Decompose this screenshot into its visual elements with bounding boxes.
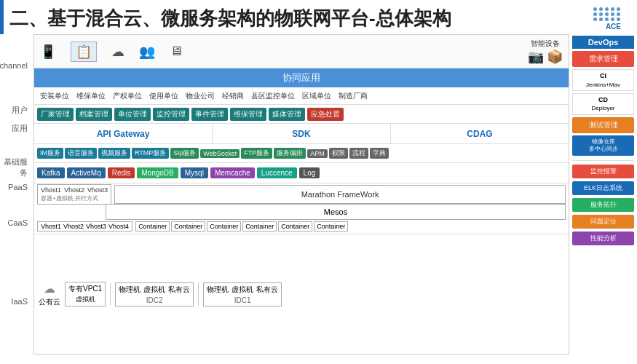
mirror-label: 镜像仓库 多中心同步	[574, 138, 633, 154]
gong-yun-label: 公有云	[39, 297, 60, 307]
iaas-label: IaaS	[11, 297, 31, 306]
paas-btn-7: Log	[299, 167, 320, 178]
vpc1-label: 专有VPC1	[68, 284, 102, 294]
paas-btn-2: Redis	[108, 167, 135, 178]
container-item-2: Container	[207, 221, 241, 232]
yingyong-row: 厂家管理 档案管理 单位管理 监控管理 事件管理 维保管理 媒体管理 应急处置	[34, 105, 569, 124]
public-cloud-block: ☁ 公有云	[39, 282, 60, 307]
ace-label: ACE	[593, 23, 621, 31]
yingyong-btn-6: 媒体管理	[269, 108, 305, 121]
paas-btn-6: Luccence	[257, 167, 297, 178]
device-icons: 📱 📋 ☁ 👥 🖥	[40, 41, 528, 62]
yingyong-btn-7: 应急处置	[307, 108, 344, 121]
caas-inner: Vhost1 Vhost2 Vhost3 容器+虚拟机 并行方式 Maratho…	[34, 183, 569, 234]
yonghu-item-4: 物业公司	[183, 90, 218, 102]
title-bar: 二、基于混合云、微服务架构的物联网平台-总体架构 ACE	[0, 0, 637, 34]
test-mgmt-btn[interactable]: 测试管理	[572, 117, 634, 133]
monitor-alert-btn[interactable]: 监控报警	[572, 165, 634, 178]
yonghu-item-1: 维保单位	[74, 90, 108, 102]
paas-label: PaaS	[8, 183, 31, 191]
paas-btn-1: ActiveMq	[67, 167, 106, 178]
yonghu-item-5: 经销商	[219, 90, 247, 102]
problem-locate-btn[interactable]: 问题定位	[572, 215, 634, 229]
cd-label: CD	[574, 95, 632, 105]
jichu-btn-8: APM	[307, 149, 328, 158]
paas-row: Kafka ActiveMq Redis MongoDB Mysql Memca…	[34, 163, 569, 183]
container-item-4: Container	[278, 221, 312, 232]
container-item-5: Container	[314, 221, 348, 232]
yonghu-item-0: 安装单位	[37, 90, 72, 102]
idc1-label: IDC1	[207, 296, 278, 304]
mirror-btn[interactable]: 镜像仓库 多中心同步	[572, 135, 634, 157]
jichu-btn-2: 视频服务	[98, 148, 130, 159]
service-expand-btn[interactable]: 服务拓扑	[572, 198, 634, 212]
caas-vhost1-0: Vhost1	[41, 186, 61, 194]
jichu-btn-5: WebSocket	[200, 149, 240, 158]
mobile-phone-icon: 📱	[40, 44, 56, 60]
jichu-btn-10: 流程	[349, 148, 368, 159]
omnichannel-row: 📱 📋 ☁ 👥 🖥 智能设备 📷 📦	[34, 35, 569, 68]
marathon-box: Marathon FrameWork	[114, 185, 566, 204]
gateway-row: API Gateway SDK CDAG	[34, 124, 569, 144]
paas-btn-4: Mysql	[181, 167, 208, 178]
yingyong-btn-2: 单位管理	[114, 108, 151, 121]
jichu-btn-0: IM服务	[37, 148, 63, 159]
yonghu-item-3: 使用单位	[146, 90, 181, 102]
perf-analysis-btn[interactable]: 性能分析	[572, 232, 634, 245]
idc2-label: IDC2	[119, 296, 190, 304]
jichu-btn-3: RTMP服务	[132, 148, 169, 159]
smart-device-label: 智能设备	[531, 39, 560, 49]
ci-sublabel: Jenkins+Mav	[574, 81, 632, 89]
divider-2	[198, 283, 199, 305]
cd-sublabel: Deployer	[574, 104, 632, 112]
container-item-1: Container	[171, 221, 205, 232]
yingyong-btn-0: 厂家管理	[37, 108, 74, 121]
caas-vhost2-3: Vhost4	[108, 223, 129, 230]
ace-dots	[593, 7, 621, 21]
mesos-box: Mesos	[106, 204, 566, 220]
people-icon: 👥	[139, 44, 155, 60]
screen-icon: 🖥	[170, 44, 183, 59]
gateway-cell: API Gateway	[34, 124, 213, 143]
yingyong-label: 应用	[12, 123, 31, 134]
siyouyun-label-1: 私有云	[168, 285, 190, 295]
yingyong-btn-3: 监控管理	[153, 108, 189, 121]
ace-logo: ACE	[593, 7, 621, 31]
yonghu-item-2: 产权单位	[110, 90, 145, 102]
jichu-btn-11: 字典	[370, 148, 389, 159]
jichu-btn-6: FTP服务	[241, 148, 272, 159]
yonghu-row: 安装单位 维保单位 产权单位 使用单位 物业公司 经销商 县区监控单位 区域单位…	[34, 87, 569, 105]
jichu-btn-7: 服务编排	[274, 148, 306, 159]
device-icon-1: 📷	[528, 49, 544, 65]
caas-vhost2-1: Vhost2	[63, 223, 84, 230]
cloud-icon: ☁	[111, 44, 124, 60]
paas-btn-5: Memcache	[210, 167, 255, 178]
public-cloud-icon: ☁	[44, 282, 55, 296]
devops-header: DevOps	[572, 36, 634, 49]
yonghu-item-8: 制造厂商	[336, 90, 371, 102]
yonghu-item-6: 县区监控单位	[248, 90, 298, 102]
caas-vhost1-2: Vhost3	[87, 186, 108, 194]
jichu-btn-1: 语音服务	[65, 148, 97, 159]
xq-mgmt-btn[interactable]: 需求管理	[572, 51, 634, 67]
caas-vhost2-2: Vhost3	[86, 223, 106, 230]
yingyong-btn-5: 维保管理	[230, 108, 266, 121]
omnichannel-label: Omnichannel	[0, 61, 31, 70]
iaas-section: ☁ 公有云 专有VPC1 虚拟机 物理机 虚拟机 私有云	[34, 234, 569, 354]
page-title: 二、基于混合云、微服务架构的物联网平台-总体架构	[9, 6, 451, 31]
caas-vhost1-1: Vhost2	[64, 186, 84, 194]
smart-device-icons: 📷 📦	[528, 49, 563, 65]
iaas-inner: ☁ 公有云 专有VPC1 虚拟机 物理机 虚拟机 私有云	[34, 234, 569, 354]
paas-items: Kafka ActiveMq Redis MongoDB Mysql Memca…	[34, 163, 569, 183]
xietong-row: 协同应用	[34, 68, 569, 87]
siyouyun-label-2: 私有云	[256, 285, 278, 295]
elk-btn[interactable]: ELK日志系统	[572, 181, 634, 195]
caas-section: Vhost1 Vhost2 Vhost3 容器+虚拟机 并行方式 Maratho…	[34, 183, 569, 234]
device-icon-2: 📦	[547, 49, 563, 65]
smart-device-block: 智能设备 📷 📦	[528, 39, 563, 65]
xietong-label: 协同应用	[282, 72, 320, 83]
yonghu-item-7: 区域单位	[299, 90, 334, 102]
xuniji-label-1: 虚拟机	[143, 285, 165, 295]
xu-ni-ji-label-1: 虚拟机	[76, 295, 95, 304]
wuliji-label-2: 物理机	[207, 285, 229, 295]
